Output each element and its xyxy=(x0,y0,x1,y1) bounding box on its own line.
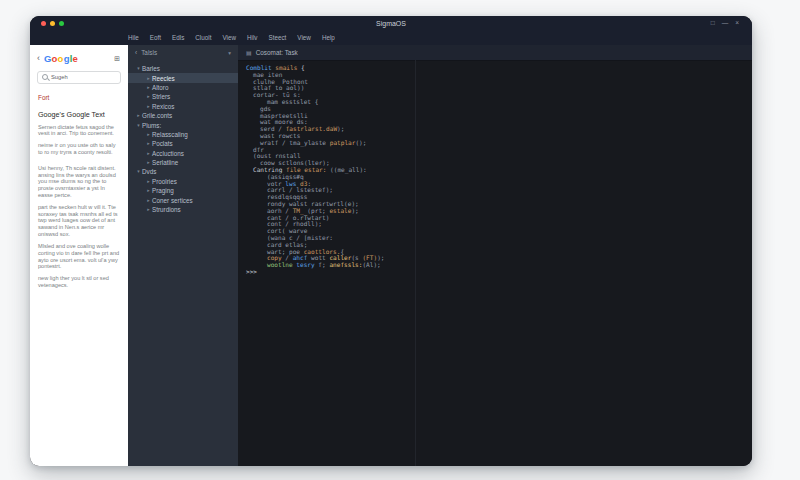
tree-item-accluctions[interactable]: ▸Accluctions xyxy=(128,149,238,158)
tree-item-proolries[interactable]: ▸Proolries xyxy=(128,177,238,186)
code-line: dfr xyxy=(246,147,752,154)
tree-item-praging[interactable]: ▸Praging xyxy=(128,186,238,195)
minimize-button[interactable]: — xyxy=(722,20,729,27)
chevron-right-icon[interactable]: ▸ xyxy=(145,141,152,146)
title-bar: SigmaOS □—× xyxy=(30,16,752,30)
tree-item-strlers[interactable]: ▸Strlers xyxy=(128,92,238,101)
tree-item-relasscaling[interactable]: ▸Relasscaling xyxy=(128,130,238,139)
tree-item-label: Rexicos xyxy=(152,103,174,110)
code-token: wootlne xyxy=(267,261,296,268)
tree-item-label: Plums: xyxy=(142,122,161,129)
chevron-right-icon[interactable]: ▸ xyxy=(145,94,152,99)
tree-item-label: Serlatline xyxy=(152,159,178,166)
tree-item-reecles[interactable]: ▸Reecles xyxy=(128,73,238,82)
code-line: gds xyxy=(246,106,752,113)
logo-letter: e xyxy=(72,53,77,64)
tree-item-label: Barles xyxy=(142,65,160,72)
menu-item-3[interactable]: Cluolt xyxy=(195,34,211,41)
close-button[interactable]: × xyxy=(735,20,739,27)
chevron-right-icon[interactable]: ▸ xyxy=(145,76,152,81)
tree-item-label: Strurdions xyxy=(152,206,181,213)
code-token: (); xyxy=(355,139,366,146)
code-token: f; xyxy=(315,261,330,268)
logo-letter: G xyxy=(44,53,52,64)
chevron-right-icon[interactable]: ▸ xyxy=(145,160,152,165)
chevron-down-icon[interactable]: ▾ xyxy=(135,169,142,174)
chevron-down-icon[interactable]: ▾ xyxy=(135,66,142,71)
back-chevron-icon[interactable]: ‹ xyxy=(37,54,40,63)
menu-item-2[interactable]: Edls xyxy=(172,34,184,41)
tree-item-barles[interactable]: ▾Barles xyxy=(128,64,238,73)
menu-item-0[interactable]: Hile xyxy=(128,34,139,41)
chevron-right-icon[interactable]: ▸ xyxy=(145,132,152,137)
tree-item-poclats[interactable]: ▸Poclats xyxy=(128,139,238,148)
code-line: serd / fastrlarst.daW); xyxy=(246,126,752,133)
menu-item-8[interactable]: Help xyxy=(322,34,335,41)
code-area[interactable]: Comblit smails {mae itenclulhe Pothontst… xyxy=(238,61,752,276)
chevron-right-icon[interactable]: ▸ xyxy=(145,151,152,156)
tree-item-label: Praging xyxy=(152,187,174,194)
code-line: (assiqss#q xyxy=(246,174,752,181)
code-token: (Al); xyxy=(362,261,380,268)
file-tree-panel: ‹ Talsls ▾ ▾Barles▸Reecles▸Altoro▸Strler… xyxy=(128,45,238,466)
chevron-down-icon[interactable]: ▾ xyxy=(228,50,231,56)
close-traffic-light-icon[interactable] xyxy=(41,21,46,26)
tree-item-rexicos[interactable]: ▸Rexicos xyxy=(128,102,238,111)
code-line: carrl / lstestef); xyxy=(246,187,752,194)
main-content: ‹ Google ⊞ Sugeh Fort Googe's Google Tex… xyxy=(30,45,752,466)
tree-item-dvds[interactable]: ▾Dvds xyxy=(128,167,238,176)
menu-bar: HileEoftEdlsCluoltViewHilvSteectViewHelp xyxy=(30,30,752,45)
tree-item-plums-[interactable]: ▾Plums: xyxy=(128,120,238,129)
editor-tab-bar: ▤ Cosomat: Task xyxy=(238,45,752,61)
editor-tab-label[interactable]: Cosomat: Task xyxy=(256,49,298,56)
body-paragraph: Mlsled and ove coaling wolle corting vio… xyxy=(38,243,120,270)
code-line: (wana c / [mister: xyxy=(246,235,752,242)
tree-item-grile-conts[interactable]: ▸Grile.conts xyxy=(128,111,238,120)
body-paragraphs: Sernen dictate fetus sagod the vesit in … xyxy=(38,124,120,289)
menu-item-1[interactable]: Eoft xyxy=(150,34,161,41)
chevron-right-icon[interactable]: ▸ xyxy=(145,179,152,184)
tree-item-label: Altoro xyxy=(152,84,168,91)
chevron-down-icon[interactable]: ▾ xyxy=(135,123,142,128)
code-token: wratf / tma_ylaste xyxy=(260,139,330,146)
search-icon xyxy=(42,74,48,80)
file-icon: ▤ xyxy=(246,50,252,56)
chevron-right-icon[interactable]: ▸ xyxy=(145,104,152,109)
menu-item-4[interactable]: View xyxy=(222,34,236,41)
code-token: anefssls: xyxy=(329,261,362,268)
tree-item-serlatline[interactable]: ▸Serlatline xyxy=(128,158,238,167)
code-line: Comblit smails { xyxy=(246,65,752,72)
tree-item-strurdions[interactable]: ▸Strurdions xyxy=(128,205,238,214)
code-line: stlaf to aol)) xyxy=(246,85,752,92)
web-page-body: Fort Googe's Google Text Sernen dictate … xyxy=(30,94,128,289)
menu-item-5[interactable]: Hilv xyxy=(247,34,258,41)
minimize-traffic-light-icon[interactable] xyxy=(50,21,55,26)
maximize-button[interactable]: □ xyxy=(711,20,715,27)
menu-item-6[interactable]: Steect xyxy=(268,34,286,41)
red-link[interactable]: Fort xyxy=(38,94,120,101)
code-line: mae iten xyxy=(246,72,752,79)
web-page-header: ‹ Google ⊞ xyxy=(30,45,128,64)
tree-item-label: Relasscaling xyxy=(152,131,188,138)
chevron-right-icon[interactable]: ▸ xyxy=(135,113,142,118)
code-token: >>> xyxy=(246,268,257,275)
code-token: ((me_all): xyxy=(326,166,366,173)
tree-item-coner-sertices[interactable]: ▸Coner sertices xyxy=(128,195,238,204)
search-input[interactable]: Sugeh xyxy=(37,71,121,84)
body-paragraph: Usi henny, Th scole rait distent. ansing… xyxy=(38,165,120,199)
code-token: ); xyxy=(351,207,358,214)
tree-item-label: Proolries xyxy=(152,178,177,185)
menu-item-7[interactable]: View xyxy=(297,34,311,41)
code-token: mam esstslet { xyxy=(267,98,318,105)
window-controls: □—× xyxy=(711,20,739,27)
chevron-right-icon[interactable]: ▸ xyxy=(145,85,152,90)
chevron-right-icon[interactable]: ▸ xyxy=(145,188,152,193)
chevron-right-icon[interactable]: ▸ xyxy=(145,198,152,203)
tree-item-altoro[interactable]: ▸Altoro xyxy=(128,83,238,92)
apps-grid-icon[interactable]: ⊞ xyxy=(114,55,120,62)
back-chevron-icon[interactable]: ‹ xyxy=(135,49,137,56)
code-token: tesry xyxy=(296,261,314,268)
maximize-traffic-light-icon[interactable] xyxy=(59,21,64,26)
browser-page-panel: ‹ Google ⊞ Sugeh Fort Googe's Google Tex… xyxy=(30,45,128,466)
chevron-right-icon[interactable]: ▸ xyxy=(145,207,152,212)
